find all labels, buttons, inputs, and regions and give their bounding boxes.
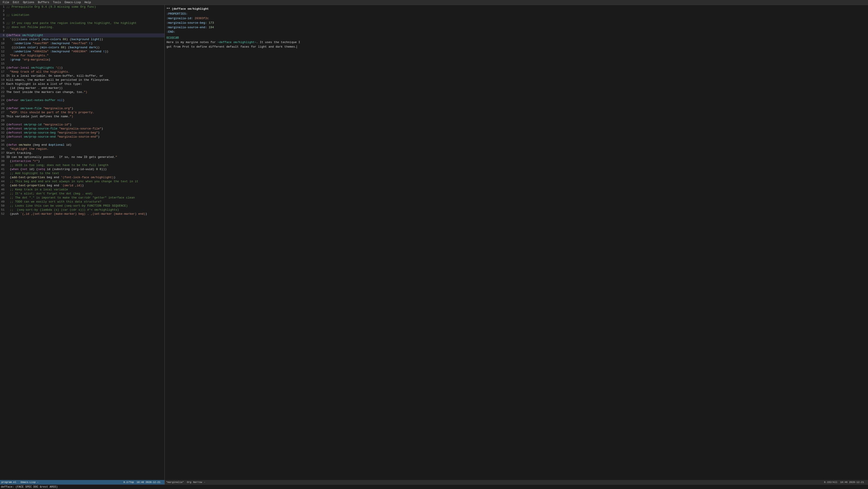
line-num: 13 [0,54,6,58]
code-line: 17 "Keep track of all the highlights. [0,70,164,74]
line-num: 44 [0,180,6,184]
line-content: ;; This beg and end are not always in sy… [6,180,164,184]
line-num: 26 [0,106,6,111]
marginalia-title: ** (defface om/highlight [166,7,866,11]
code-line: 52 (push `(,id ,(set-marker (make-marker… [0,212,164,216]
code-line: 47 ;; It's alist; don't forget the dot (… [0,192,164,196]
code-line: 10 :underline "#aecf90" :background "#ec… [0,41,164,45]
line-content: ;; Add highlight to the text [6,172,164,176]
marginalia-source-end-val: 194 [209,26,214,29]
line-num: 22 [0,90,6,94]
line-num: 9 [0,37,6,41]
menu-help[interactable]: Help [83,0,93,4]
code-line: 33 (defconst om/prop-source-end "margina… [0,135,164,139]
menu-options[interactable]: Options [21,0,36,4]
code-line: 43 (add-text-properties beg end '(font-l… [0,176,164,180]
line-content: The text inside the markers can change, … [6,90,164,94]
program-link[interactable]: program [166,36,179,39]
line-num: 15 [0,62,6,66]
code-line: 19 kill-emacs, the marker will be persis… [0,78,164,82]
line-num: 8 [0,33,6,37]
menu-edit[interactable]: Edit [11,0,21,4]
line-content: It is a local variable. On save-buffer, … [6,74,164,78]
inline-code: ~defface om/highlight~ [217,40,256,44]
code-line: 50 ;; Looks like this can be used (seq-s… [0,204,164,208]
line-num: 17 [0,70,6,74]
code-line: 1 ;; Prerequisite Org 9.4 (9.3 missing s… [0,5,164,9]
code-line: 38 ID can be optionally passed. If so, n… [0,155,164,159]
line-content: Start tracking. [6,151,164,155]
code-line: 20 Each highlight is also a list of this… [0,82,164,86]
main-area: 1 ;; Prerequisite Org 9.4 (9.3 missing s… [0,5,868,480]
code-line: 40 ;; UUID is too long; does not have to… [0,163,164,167]
menu-tools[interactable]: Tools [51,0,63,4]
code-line: 42 ;; Add highlight to the text [0,172,164,176]
line-content: :underline "#00422a" :background "#00190… [6,50,164,54]
code-line: 22 The text inside the markers can chang… [0,90,164,94]
line-num: 40 [0,163,6,167]
marginalia-id-key: :marginalia-id: [166,17,195,20]
line-num: 35 [0,143,6,147]
left-status-bar: program.el Emacs-Lisp - 8.2/Top 18:46 20… [0,480,165,485]
line-content: ;; (seq-sort-by (lambda (s) (car (cdr s)… [6,208,164,212]
line-num: 50 [0,204,6,208]
code-area[interactable]: 1 ;; Prerequisite Org 9.4 (9.3 missing s… [0,5,164,480]
code-line: 44 ;; This beg and end are not always in… [0,180,164,184]
code-line: 35 (defun om/make (beg end &optional id) [0,143,164,147]
code-editor-pane: 1 ;; Prerequisite Org 9.4 (9.3 missing s… [0,5,165,480]
line-num: 30 [0,123,6,127]
line-content: (add-text-properties beg end `(om/id ,id… [6,184,164,188]
line-content: (defconst om/prop-source-end "marginalia… [6,135,164,139]
line-content [6,17,164,21]
minibuffer[interactable]: defface: (FACE SPEC DOC &rest ARGS) [0,485,868,489]
menu-emacs-lisp[interactable]: Emacs-Lisp [63,0,83,4]
line-num: 27 [0,111,6,115]
line-content: (push `(,id ,(set-marker (make-marker) b… [6,212,164,216]
menu-buffers[interactable]: Buffers [36,0,51,4]
line-content: kill-emacs, the marker will be persisted… [6,78,164,82]
line-content: ;; Limitation [6,13,164,17]
code-line: 45 (add-text-properties beg end `(om/id … [0,184,164,188]
status-bar-container: program.el Emacs-Lisp - 8.2/Top 18:46 20… [0,480,868,485]
line-num: 6 [0,25,6,29]
code-line: 5 ;; If you copy and paste the region in… [0,21,164,25]
code-line: 23 [0,94,164,98]
line-content: ;; does not follow pasting. [6,25,164,29]
code-line: 37 Start tracking. [0,151,164,155]
line-num: 45 [0,184,6,188]
line-content: (defvar om/save-file "marginalia.org") [6,106,164,111]
line-content [6,94,164,98]
menubar: File Edit Options Buffers Tools Emacs-Li… [0,0,868,5]
menu-file[interactable]: File [1,0,11,4]
line-num: 24 [0,98,6,102]
line-num: 20 [0,82,6,86]
line-num: 7 [0,29,6,33]
code-line: 32 (defconst om/prop-source-beg "margina… [0,131,164,135]
line-num: 39 [0,159,6,163]
line-num: 32 [0,131,6,135]
line-content [6,119,164,123]
line-content: "WIP: this should be part of the Org's p… [6,111,164,115]
left-status-position: 8.2/Top [123,481,134,484]
line-content: ;; Keep track in a local variable [6,188,164,192]
line-num: 42 [0,172,6,176]
right-status-narrow: Narrow [193,481,202,484]
code-line: 15 [0,62,164,66]
code-line: 14 :group 'org-marginalia) [0,58,164,62]
line-content: '((((class color) (min-colors 88) (backg… [6,37,164,41]
line-content: (defconst om/prop-id "marginalia-id") [6,123,164,127]
line-content: (defface om/highlight [6,33,164,37]
line-num: 38 [0,155,6,159]
code-line: 21 (id (beg-marker . end-marker)) [0,86,164,90]
line-content: ;; Prerequisite Org 9.4 (9.3 missing som… [6,5,164,9]
line-num: 1 [0,5,6,9]
minibuf-text: defface: (FACE SPEC DOC &rest ARGS) [1,485,58,489]
code-line: 7 [0,29,164,33]
line-num: 36 [0,147,6,151]
code-line: 31 (defconst om/prop-source-file "margin… [0,127,164,131]
code-line: 12 :underline "#00422a" :background "#00… [0,50,164,54]
line-content [6,29,164,33]
code-line: 25 [0,102,164,106]
code-line: 6 ;; does not follow pasting. [0,25,164,29]
line-num: 41 [0,167,6,172]
